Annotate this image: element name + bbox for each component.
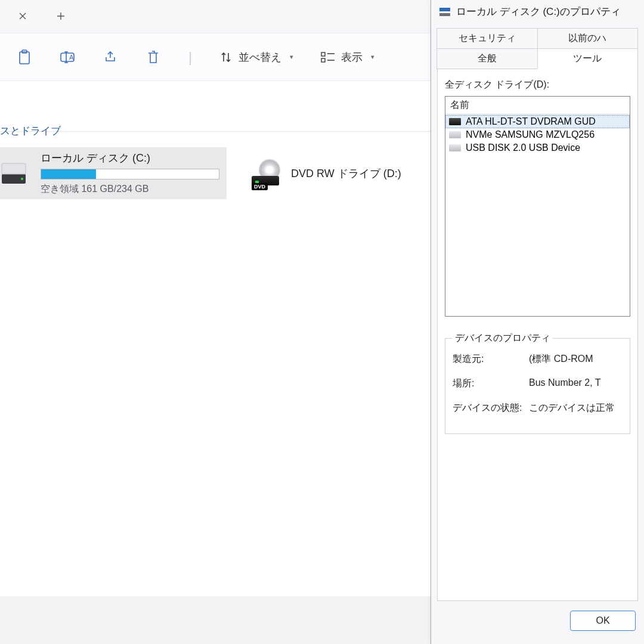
tab-general[interactable]: 全般: [436, 48, 538, 69]
drive-mini-icon: [449, 131, 461, 138]
ok-button[interactable]: OK: [570, 611, 636, 631]
svg-text:A: A: [69, 54, 74, 61]
disk-drives-label: 全ディスク ドライブ(D):: [445, 79, 630, 91]
tab-previous-versions[interactable]: 以前のハ: [537, 28, 639, 49]
view-label: 表示: [341, 50, 363, 64]
list-item-label: USB DISK 2.0 USB Device: [466, 143, 580, 153]
share-icon[interactable]: [103, 49, 118, 65]
drive-mini-icon: [449, 144, 461, 151]
svg-point-8: [21, 178, 23, 180]
drive-free-space: 空き領域 161 GB/234 GB: [41, 183, 219, 196]
tab-tools[interactable]: ツール: [537, 48, 639, 69]
chevron-down-icon: ▾: [371, 53, 374, 61]
device-listbox[interactable]: 名前 ATA HL-DT-ST DVDRAM GUD NVMe SAMSUNG …: [445, 96, 630, 317]
location-key: 場所:: [453, 377, 529, 390]
device-properties-group: デバイスのプロパティ 製造元: (標準 CD-ROM 場所: Bus Numbe…: [445, 332, 630, 434]
list-item-label: ATA HL-DT-ST DVDRAM GUD: [466, 116, 596, 127]
location-value: Bus Number 2, T: [529, 377, 623, 390]
dialog-buttons: OK: [431, 601, 644, 644]
drive-icon: [439, 8, 450, 16]
status-row: デバイスの状態: このデバイスは正常: [453, 402, 623, 414]
list-item[interactable]: ATA HL-DT-ST DVDRAM GUD: [445, 115, 630, 128]
manufacturer-row: 製造元: (標準 CD-ROM: [453, 353, 623, 366]
tab-security[interactable]: セキュリティ: [436, 28, 538, 49]
drive-name: ローカル ディスク (C:): [41, 151, 219, 165]
dialog-titlebar[interactable]: ローカル ディスク (C:)のプロパティ: [431, 0, 644, 22]
view-menu[interactable]: 表示 ▾: [321, 50, 374, 64]
new-tab-button[interactable]: [52, 8, 69, 24]
status-value: このデバイスは正常: [529, 402, 623, 414]
manufacturer-key: 製造元:: [453, 353, 529, 366]
list-item-label: NVMe SAMSUNG MZVLQ256: [466, 129, 595, 140]
drive-name: DVD RW ドライブ (D:): [291, 166, 401, 181]
status-key: デバイスの状態:: [453, 402, 529, 414]
tab-panel: 全ディスク ドライブ(D): 名前 ATA HL-DT-ST DVDRAM GU…: [437, 69, 638, 601]
drive-usage-bar: [41, 169, 219, 179]
list-column-header[interactable]: 名前: [445, 97, 630, 114]
list-item[interactable]: NVMe SAMSUNG MZVLQ256: [445, 128, 630, 141]
location-row: 場所: Bus Number 2, T: [453, 377, 623, 390]
dvd-drive-icon: DVD: [250, 158, 281, 189]
hard-drive-icon: [0, 158, 31, 189]
paste-icon[interactable]: [17, 49, 32, 65]
drive-dvd-rw[interactable]: DVD DVD RW ドライブ (D:): [250, 147, 408, 199]
drive-mini-icon: [449, 118, 461, 125]
drive-local-disk-c[interactable]: ローカル ディスク (C:) 空き領域 161 GB/234 GB: [0, 147, 227, 199]
tab-close-button[interactable]: [14, 8, 31, 24]
svg-rect-7: [2, 163, 26, 174]
svg-rect-4: [321, 52, 325, 56]
rename-icon[interactable]: A: [60, 49, 75, 65]
svg-rect-5: [321, 58, 325, 62]
view-icon: [321, 52, 335, 63]
manufacturer-value: (標準 CD-ROM: [529, 353, 623, 366]
list-item[interactable]: USB DISK 2.0 USB Device: [445, 141, 630, 154]
group-title: デバイスのプロパティ: [453, 332, 553, 345]
dialog-title: ローカル ディスク (C:)のプロパティ: [456, 5, 621, 18]
chevron-down-icon: ▾: [290, 53, 293, 61]
svg-rect-0: [20, 52, 29, 64]
toolbar-separator: |: [188, 49, 192, 66]
sort-menu[interactable]: 並べ替え ▾: [219, 50, 293, 64]
dialog-tabs: セキュリティ 以前のハ 全般 ツール: [431, 22, 644, 69]
sort-label: 並べ替え: [239, 50, 281, 64]
sort-icon: [219, 51, 233, 64]
delete-icon[interactable]: [145, 49, 161, 65]
properties-dialog: ローカル ディスク (C:)のプロパティ セキュリティ 以前のハ 全般 ツール …: [431, 0, 644, 644]
